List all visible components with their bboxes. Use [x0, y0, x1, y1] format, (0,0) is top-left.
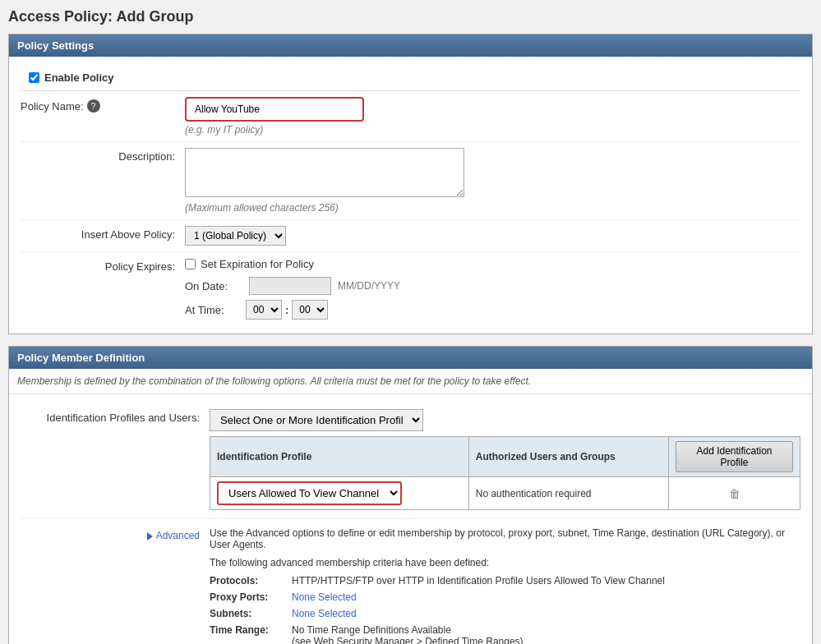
channel-select-cell: Users Allowed To View Channel — [210, 477, 469, 510]
add-id-profile-button[interactable]: Add Identification Profile — [676, 441, 793, 472]
advanced-triangle-icon — [147, 532, 153, 540]
enable-policy-checkbox[interactable] — [29, 72, 39, 83]
proxy-ports-label: Proxy Ports: — [210, 591, 292, 603]
time-minute-select[interactable]: 00 — [292, 300, 328, 320]
policy-member-header: Policy Member Definition — [9, 347, 812, 369]
policy-expires-label: Policy Expires: — [21, 258, 185, 273]
delete-row-icon[interactable]: 🗑 — [729, 487, 740, 500]
no-auth-required-cell: No authentication required — [468, 477, 668, 510]
subnets-label: Subnets: — [210, 608, 292, 619]
protocols-row: Protocols: HTTP/HTTPS/FTP over HTTP in I… — [210, 575, 800, 586]
enable-policy-label[interactable]: Enable Policy — [29, 71, 792, 84]
time-range-label: Time Range: — [210, 624, 292, 644]
policy-name-input[interactable] — [188, 100, 361, 118]
proxy-ports-value[interactable]: None Selected — [292, 591, 800, 603]
channel-select[interactable]: Users Allowed To View Channel — [219, 483, 400, 504]
insert-above-select[interactable]: 1 (Global Policy) — [185, 226, 286, 246]
table-col-profile: Identification Profile — [210, 437, 469, 477]
subnets-value: None Selected — [292, 608, 800, 619]
description-content: (Maximum allowed characters 256) — [185, 148, 800, 214]
description-textarea[interactable] — [185, 148, 464, 197]
membership-info: Membership is defined by the combination… — [9, 369, 812, 394]
date-input[interactable] — [249, 277, 331, 295]
advanced-content: Use the Advanced options to define or ed… — [210, 527, 800, 644]
set-expiration-checkbox[interactable] — [185, 259, 196, 269]
id-profiles-row: Identification Profiles and Users: Selec… — [21, 401, 800, 519]
insert-above-row: Insert Above Policy: 1 (Global Policy) — [21, 220, 800, 252]
advanced-row: Advanced Use the Advanced options to def… — [21, 519, 800, 644]
policy-name-label: Policy Name: ? — [21, 97, 185, 113]
proxy-ports-link[interactable]: None Selected — [292, 591, 357, 603]
subnets-link[interactable]: None Selected — [292, 608, 357, 619]
description-row: Description: (Maximum allowed characters… — [21, 142, 800, 220]
advanced-label-cell: Advanced — [21, 527, 210, 541]
policy-settings-section: Policy Settings Enable Policy Policy Nam… — [8, 34, 813, 334]
page-title: Access Policy: Add Group — [8, 8, 813, 25]
protocols-value: HTTP/HTTPS/FTP over HTTP in Identificati… — [292, 575, 800, 586]
policy-name-row: Policy Name: ? (e.g. my IT policy) — [21, 91, 800, 142]
advanced-table: Protocols: HTTP/HTTPS/FTP over HTTP in I… — [210, 575, 800, 644]
policy-name-hint: (e.g. my IT policy) — [185, 124, 800, 136]
time-range-value: No Time Range Definitions Available (see… — [292, 624, 800, 644]
time-hour-select[interactable]: 00 — [246, 300, 282, 320]
id-profiles-table: Identification Profile Authorized Users … — [210, 436, 800, 510]
id-profiles-select[interactable]: Select One or More Identification Profil… — [210, 409, 423, 431]
description-label: Description: — [21, 148, 185, 163]
insert-above-content: 1 (Global Policy) — [185, 226, 800, 246]
proxy-ports-row: Proxy Ports: None Selected — [210, 591, 800, 603]
set-expiration-label[interactable]: Set Expiration for Policy — [201, 258, 314, 270]
policy-name-help-icon[interactable]: ? — [87, 99, 100, 113]
policy-expires-row: Policy Expires: Set Expiration for Polic… — [21, 252, 800, 325]
table-row: Users Allowed To View Channel No authent… — [210, 477, 800, 510]
at-time-label: At Time: — [185, 304, 242, 316]
policy-name-content: (e.g. my IT policy) — [185, 97, 800, 136]
policy-member-section: Policy Member Definition Membership is d… — [8, 346, 813, 644]
description-hint: (Maximum allowed characters 256) — [185, 202, 800, 214]
advanced-intro2: The following advanced membership criter… — [210, 557, 800, 568]
id-profiles-label: Identification Profiles and Users: — [21, 409, 210, 424]
id-profiles-content: Select One or More Identification Profil… — [210, 409, 800, 510]
time-colon: : — [285, 304, 288, 316]
enable-policy-row: Enable Policy — [21, 65, 800, 91]
insert-above-label: Insert Above Policy: — [21, 226, 185, 241]
policy-expires-content: Set Expiration for Policy On Date: MM/DD… — [185, 258, 800, 320]
protocols-label: Protocols: — [210, 575, 292, 586]
on-date-label: On Date: — [185, 280, 242, 292]
subnets-row: Subnets: None Selected — [210, 608, 800, 619]
policy-settings-header: Policy Settings — [9, 34, 812, 57]
advanced-link[interactable]: Advanced — [147, 530, 200, 541]
advanced-intro1: Use the Advanced options to define or ed… — [210, 527, 800, 550]
table-col-auth: Authorized Users and Groups — [468, 437, 668, 477]
time-range-row: Time Range: No Time Range Definitions Av… — [210, 624, 800, 644]
date-format-hint: MM/DD/YYYY — [338, 280, 400, 292]
